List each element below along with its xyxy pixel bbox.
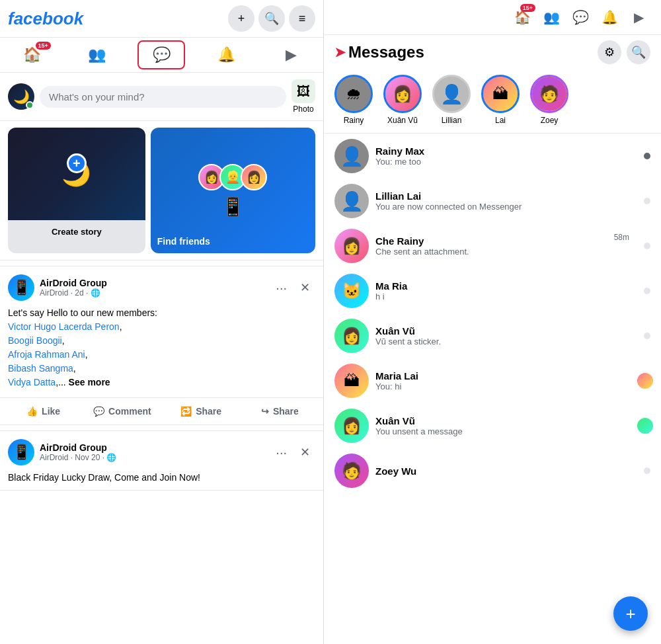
msg-video-icon: ▶ (634, 9, 644, 25)
story-contact-xuan-vu[interactable]: 👩 Xuân Vũ (383, 75, 422, 125)
conv-xuan-vu[interactable]: 👩 Xuân Vũ Vũ sent a sticker. (324, 313, 661, 358)
conv-rainy-max[interactable]: 👤 Rainy Max You: me too (324, 134, 661, 179)
member-link-1[interactable]: Victor Hugo Lacerda Peron (8, 321, 120, 332)
maria-lai-info: Maria Lai You: hi (375, 370, 650, 391)
lai-story-avatar: 🏔 (481, 75, 520, 113)
member-link-4[interactable]: Bibash Sangma (8, 363, 73, 374)
right-panel: 🏠 15+ 👥 💬 🔔 ▶ ➤ Messages ⚙ 🔍 (324, 0, 661, 644)
post-1-body: Let's say Hello to our new members: Vict… (0, 306, 323, 395)
messages-search-button[interactable]: 🔍 (627, 40, 650, 64)
xuan-vu-name: Xuân Vũ (375, 325, 637, 337)
post-2-avatar: 📱 (8, 439, 34, 465)
maria-lai-preview: You: hi (375, 382, 650, 391)
che-rainy-name: Che Rainy (375, 235, 637, 247)
msg-home-badge: 15+ (520, 4, 535, 12)
search-button[interactable]: 🔍 (258, 5, 285, 32)
comment-button[interactable]: 💬 Comment (84, 401, 160, 422)
story-contact-rainy[interactable]: 🌧 Rainy (334, 75, 373, 125)
post-1-avatar: 📱 (8, 274, 34, 301)
create-story-card[interactable]: 🌙 + Create story (8, 128, 145, 253)
xuan-vu-story-name: Xuân Vũ (387, 116, 418, 125)
post-2-header: 📱 AirDroid Group AirDroid · Nov 20 · 🌐 ·… (0, 431, 323, 471)
nav-home[interactable]: 🏠 15+ (9, 40, 56, 69)
lillian-story-name: Lillian (442, 116, 462, 125)
whatsapp-icon: 🔁 (180, 406, 192, 417)
xuan-vu-dot (644, 333, 650, 339)
msg-nav-video[interactable]: ▶ (627, 5, 650, 29)
msg-nav-people[interactable]: 👥 (539, 5, 563, 29)
search-icon: 🔍 (264, 11, 279, 26)
msg-nav-messenger[interactable]: 💬 (568, 5, 592, 29)
msg-nav-home[interactable]: 🏠 15+ (510, 5, 534, 29)
new-message-fab[interactable]: + (613, 596, 648, 631)
story-contact-zoey[interactable]: 🧑 Zoey (530, 75, 568, 125)
online-dot (26, 101, 34, 109)
ma-ria-info: Ma Ria h i (375, 280, 637, 302)
messages-title-actions: ⚙ 🔍 (598, 40, 650, 64)
member-link-3[interactable]: Afroja Rahman Ani (8, 349, 85, 360)
photo-icon: 🖼 (292, 79, 315, 103)
che-rainy-time: 58m (614, 233, 629, 242)
msg-messenger-icon: 💬 (572, 9, 589, 25)
maria-lai-small-avatar (636, 372, 654, 390)
search-icon: 🔍 (631, 45, 646, 60)
post-2-close-button[interactable]: ✕ (295, 442, 315, 463)
story-contact-lillian[interactable]: 👤 Lillian (432, 75, 471, 125)
nav-people[interactable]: 👥 (73, 40, 121, 69)
xuan-vu-story-avatar: 👩 (383, 75, 422, 113)
msg-nav-bell[interactable]: 🔔 (598, 5, 621, 29)
member-link-2[interactable]: Boogii Boogii (8, 335, 62, 346)
nav-bell[interactable]: 🔔 (202, 40, 250, 69)
user-avatar-container: 🌙 (8, 83, 34, 110)
person-icon: 👤 (340, 145, 364, 167)
conv-lillian-lai[interactable]: 👤 Lillian Lai You are now connected on M… (324, 179, 661, 223)
like-icon: 👍 (26, 406, 38, 417)
zoey-story-avatar: 🧑 (530, 75, 568, 113)
msg-top-nav: 🏠 15+ 👥 💬 🔔 ▶ (324, 0, 661, 35)
conv-maria-lai[interactable]: 🏔 Maria Lai You: hi (324, 358, 661, 403)
menu-button[interactable]: ≡ (289, 5, 315, 32)
conv-xuan-vu2[interactable]: 👩 Xuân Vũ You unsent a message (324, 403, 661, 448)
nav-video[interactable]: ▶ (267, 40, 315, 69)
story-contact-lai[interactable]: 🏔 Lai (481, 75, 520, 125)
conv-che-rainy[interactable]: 👩 Che Rainy Che sent an attachment. 58m (324, 223, 661, 268)
rainy-max-avatar: 👤 (334, 139, 369, 173)
zoey-wu-info: Zoey Wu (375, 465, 637, 477)
post-1-header: 📱 AirDroid Group AirDroid · 2d · 🌐 ··· ✕ (0, 266, 323, 306)
conv-zoey-wu[interactable]: 🧑 Zoey Wu (324, 448, 661, 493)
add-story-button[interactable]: + (67, 153, 87, 173)
post-2-more-button[interactable]: ··· (270, 442, 292, 463)
conv-ma-ria[interactable]: 🐱 Ma Ria h i (324, 268, 661, 313)
xuan-vu-preview: Vũ sent a sticker. (375, 337, 637, 346)
post-1-close-button[interactable]: ✕ (295, 278, 315, 298)
photo-button[interactable]: 🖼 Photo (292, 79, 315, 114)
zoey-wu-avatar: 🧑 (334, 454, 369, 488)
whatsapp-share-button[interactable]: 🔁 Share (163, 401, 239, 422)
airdroid-avatar-2: 📱 (8, 439, 34, 465)
rainy-story-avatar: 🌧 (334, 75, 373, 113)
home-badge: 15+ (36, 42, 51, 50)
ma-ria-preview: h i (375, 292, 637, 302)
status-bar: 🌙 🖼 Photo (0, 73, 323, 121)
see-more-link[interactable]: See more (69, 377, 110, 387)
conversation-list: 👤 Rainy Max You: me too 👤 Lillian Lai Yo… (324, 134, 661, 644)
like-button[interactable]: 👍 Like (5, 401, 81, 422)
messages-settings-button[interactable]: ⚙ (598, 40, 621, 64)
member-link-5[interactable]: Vidya Datta (8, 377, 56, 387)
share-button[interactable]: ↪ Share (242, 401, 318, 422)
status-input[interactable] (40, 86, 286, 108)
add-button[interactable]: + (228, 5, 254, 32)
post-1: 📱 AirDroid Group AirDroid · 2d · 🌐 ··· ✕… (0, 266, 323, 425)
post-2-actions: ··· ✕ (270, 442, 315, 463)
maria-lai-avatar: 🏔 (334, 364, 369, 398)
menu-icon: ≡ (299, 12, 306, 26)
xuan-vu-avatar: 👩 (334, 319, 369, 353)
post-1-more-button[interactable]: ··· (270, 278, 292, 298)
lillian-lai-dot (644, 198, 650, 204)
lillian-lai-avatar: 👤 (334, 184, 369, 218)
messages-title-row: ➤ Messages ⚙ 🔍 (324, 35, 661, 67)
nav-messenger[interactable]: 💬 (137, 40, 185, 69)
video-icon: ▶ (286, 46, 297, 63)
nav-row: 🏠 15+ 👥 💬 🔔 ▶ (0, 38, 323, 73)
find-friends-card[interactable]: 👩 👱 👩 📱 Find friends (151, 128, 315, 253)
